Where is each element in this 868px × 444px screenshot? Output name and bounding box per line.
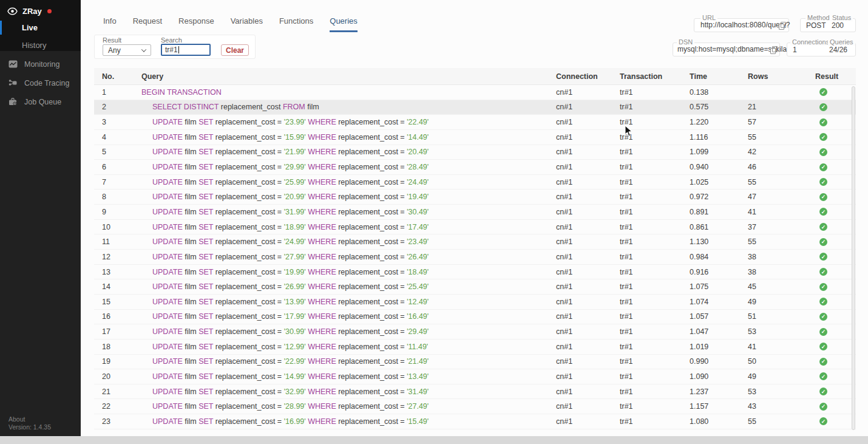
clear-button[interactable]: Clear [221, 44, 249, 56]
sql-text: replacement_cost = [336, 312, 407, 321]
sql-text: replacement_cost = [213, 282, 283, 291]
sidebar-item-monitoring[interactable]: Monitoring [0, 55, 81, 73]
sql-value: '25.99' [284, 178, 306, 186]
tab-info[interactable]: Info [103, 16, 117, 32]
sql-keyword: UPDATE [152, 223, 183, 231]
rows-cell: 55 [748, 178, 815, 186]
about-link[interactable]: About [8, 415, 51, 423]
sql-keyword: WHERE [308, 223, 336, 231]
table-row[interactable]: 10UPDATE film SET replacement_cost = '18… [94, 220, 856, 235]
query-cell: UPDATE film SET replacement_cost = '18.9… [141, 223, 556, 231]
success-check-icon: ✓ [819, 358, 827, 366]
sidebar-item-label: Job Queue [24, 98, 61, 106]
sql-value: '28.49' [407, 163, 429, 171]
sql-text: replacement_cost = [213, 343, 283, 351]
sql-keyword: SET [198, 118, 213, 126]
sql-text: replacement_cost = [336, 402, 407, 411]
column-header-query: Query [141, 72, 556, 81]
result-filter-select[interactable]: Any [103, 44, 151, 56]
row-number-cell: 16 [94, 312, 141, 321]
transaction-cell: tr#1 [620, 253, 690, 261]
sidebar-item-history[interactable]: History [0, 38, 81, 52]
table-row[interactable]: 15UPDATE film SET replacement_cost = '13… [94, 295, 856, 310]
time-cell: 0.891 [690, 208, 748, 216]
query-cell: UPDATE film SET replacement_cost = '17.9… [141, 312, 556, 321]
table-row[interactable]: 12UPDATE film SET replacement_cost = '27… [94, 250, 856, 265]
sql-text: film [183, 118, 198, 126]
table-row[interactable]: 17UPDATE film SET replacement_cost = '30… [94, 324, 856, 340]
table-row[interactable]: 9UPDATE film SET replacement_cost = '31.… [94, 205, 856, 220]
search-input[interactable]: tr#1 [161, 44, 211, 56]
tab-queries[interactable]: Queries [330, 16, 358, 32]
table-row[interactable]: 6UPDATE film SET replacement_cost = '29.… [94, 160, 856, 175]
dsn-label: DSN [677, 38, 694, 46]
sql-text: replacement_cost = [213, 178, 283, 186]
sql-text: replacement_cost = [336, 417, 407, 426]
sql-value: '15.49' [407, 417, 429, 426]
sql-value: '26.49' [407, 253, 429, 261]
table-row[interactable]: 14UPDATE film SET replacement_cost = '26… [94, 279, 856, 295]
sql-text: film [183, 193, 198, 201]
sidebar-item-live[interactable]: Live [0, 21, 81, 35]
sidebar-item-job-queue[interactable]: Job Queue [0, 92, 81, 111]
transaction-cell: tr#1 [620, 402, 690, 411]
table-row[interactable]: 13UPDATE film SET replacement_cost = '19… [94, 265, 856, 280]
sql-value: '31.99' [284, 208, 306, 216]
sql-value: '13.99' [284, 298, 306, 306]
table-row[interactable]: 8UPDATE film SET replacement_cost = '20.… [94, 190, 856, 205]
success-check-icon: ✓ [819, 253, 827, 261]
table-body: 1BEGIN TRANSACTIONcn#1tr#10.138✓2SELECT … [94, 85, 856, 429]
sql-text: replacement_cost = [213, 237, 283, 246]
table-row[interactable]: 22UPDATE film SET replacement_cost = '28… [94, 399, 856, 414]
time-cell: 1.090 [690, 372, 748, 381]
table-row[interactable]: 3UPDATE film SET replacement_cost = '23.… [94, 115, 856, 130]
sql-value: '23.99' [284, 118, 306, 126]
row-number-cell: 23 [94, 417, 141, 426]
sql-value: '32.99' [284, 388, 306, 396]
table-row[interactable]: 19UPDATE film SET replacement_cost = '22… [94, 355, 856, 370]
table-row[interactable]: 11UPDATE film SET replacement_cost = '24… [94, 234, 856, 250]
time-cell: 0.940 [690, 163, 748, 171]
table-row[interactable]: 7UPDATE film SET replacement_cost = '25.… [94, 175, 856, 190]
table-row[interactable]: 21UPDATE film SET replacement_cost = '32… [94, 384, 856, 400]
time-cell: 0.575 [690, 103, 748, 111]
table-row[interactable]: 2SELECT DISTINCT replacement_cost FROM f… [94, 100, 856, 115]
sql-value: '27.49' [407, 402, 429, 411]
table-row[interactable]: 18UPDATE film SET replacement_cost = '12… [94, 340, 856, 355]
time-cell: 0.972 [690, 193, 748, 201]
time-cell: 1.080 [690, 417, 748, 426]
tab-request[interactable]: Request [133, 16, 162, 32]
sql-text: film [183, 282, 198, 291]
table-scrollbar[interactable] [852, 86, 855, 430]
sql-text: film [183, 133, 198, 142]
rows-cell: 53 [748, 327, 815, 336]
sql-text: replacement_cost = [336, 298, 407, 306]
tab-variables[interactable]: Variables [231, 16, 263, 32]
table-row[interactable]: 20UPDATE film SET replacement_cost = '14… [94, 369, 856, 384]
copy-url-icon[interactable] [779, 22, 785, 29]
table-row[interactable]: 16UPDATE film SET replacement_cost = '17… [94, 310, 856, 325]
success-check-icon: ✓ [819, 328, 827, 336]
copy-dsn-icon[interactable] [770, 46, 776, 53]
sidebar-item-code-tracing[interactable]: Code Tracing [0, 73, 81, 92]
sql-text: replacement_cost = [213, 402, 283, 411]
sql-text: replacement_cost = [336, 223, 407, 231]
table-row[interactable]: 5UPDATE film SET replacement_cost = '21.… [94, 145, 856, 160]
success-check-icon: ✓ [819, 388, 827, 395]
sql-keyword: SET [198, 268, 213, 276]
result-cell: ✓ [815, 208, 856, 216]
table-row[interactable]: 4UPDATE film SET replacement_cost = '15.… [94, 130, 856, 145]
table-row[interactable]: 23UPDATE film SET replacement_cost = '16… [94, 414, 856, 429]
result-cell: ✓ [815, 163, 856, 171]
column-header-result: Result [815, 72, 856, 81]
table-row[interactable]: 1BEGIN TRANSACTIONcn#1tr#10.138✓ [94, 85, 856, 100]
time-cell: 1.075 [690, 282, 748, 291]
sql-text: replacement_cost = [213, 208, 283, 216]
column-header-rows: Rows [748, 72, 815, 81]
sql-keyword: SET [198, 163, 213, 171]
connection-cell: cn#1 [556, 163, 620, 171]
connection-cell: cn#1 [556, 343, 620, 351]
tab-functions[interactable]: Functions [279, 16, 313, 32]
tab-response[interactable]: Response [178, 16, 214, 32]
page-bottom-strip [0, 436, 868, 444]
